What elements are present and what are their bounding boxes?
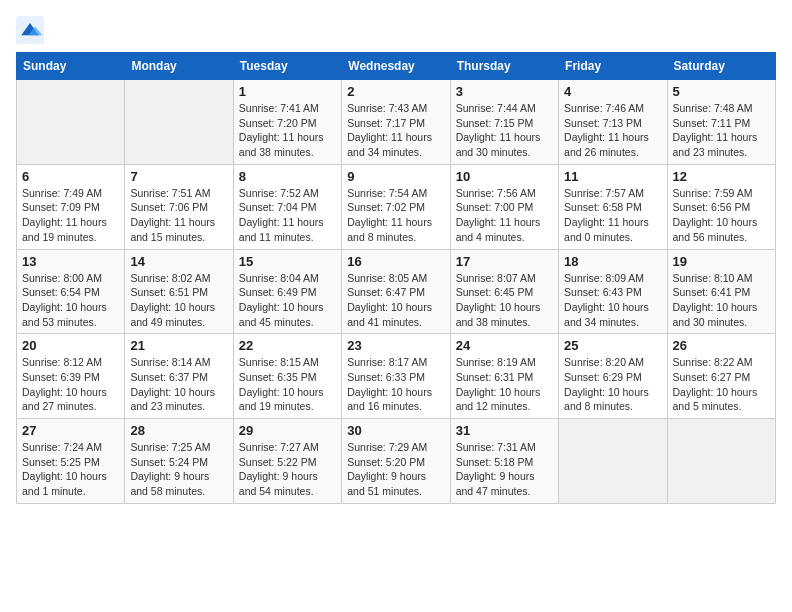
calendar-cell: 2Sunrise: 7:43 AM Sunset: 7:17 PM Daylig… [342, 80, 450, 165]
calendar-cell: 21Sunrise: 8:14 AM Sunset: 6:37 PM Dayli… [125, 334, 233, 419]
calendar-cell: 14Sunrise: 8:02 AM Sunset: 6:51 PM Dayli… [125, 249, 233, 334]
calendar-cell: 8Sunrise: 7:52 AM Sunset: 7:04 PM Daylig… [233, 164, 341, 249]
day-number: 13 [22, 254, 119, 269]
calendar-week-row: 27Sunrise: 7:24 AM Sunset: 5:25 PM Dayli… [17, 419, 776, 504]
calendar-cell [125, 80, 233, 165]
calendar-week-row: 13Sunrise: 8:00 AM Sunset: 6:54 PM Dayli… [17, 249, 776, 334]
day-info: Sunrise: 8:19 AM Sunset: 6:31 PM Dayligh… [456, 355, 553, 414]
day-number: 26 [673, 338, 770, 353]
day-number: 30 [347, 423, 444, 438]
calendar-cell [559, 419, 667, 504]
day-number: 31 [456, 423, 553, 438]
day-info: Sunrise: 8:04 AM Sunset: 6:49 PM Dayligh… [239, 271, 336, 330]
calendar-cell: 7Sunrise: 7:51 AM Sunset: 7:06 PM Daylig… [125, 164, 233, 249]
day-number: 28 [130, 423, 227, 438]
day-number: 8 [239, 169, 336, 184]
day-info: Sunrise: 7:52 AM Sunset: 7:04 PM Dayligh… [239, 186, 336, 245]
day-number: 3 [456, 84, 553, 99]
calendar-cell: 30Sunrise: 7:29 AM Sunset: 5:20 PM Dayli… [342, 419, 450, 504]
day-info: Sunrise: 8:22 AM Sunset: 6:27 PM Dayligh… [673, 355, 770, 414]
calendar-weekday-saturday: Saturday [667, 53, 775, 80]
day-number: 25 [564, 338, 661, 353]
calendar-week-row: 20Sunrise: 8:12 AM Sunset: 6:39 PM Dayli… [17, 334, 776, 419]
day-info: Sunrise: 7:31 AM Sunset: 5:18 PM Dayligh… [456, 440, 553, 499]
day-info: Sunrise: 8:10 AM Sunset: 6:41 PM Dayligh… [673, 271, 770, 330]
calendar-cell: 31Sunrise: 7:31 AM Sunset: 5:18 PM Dayli… [450, 419, 558, 504]
calendar-cell: 4Sunrise: 7:46 AM Sunset: 7:13 PM Daylig… [559, 80, 667, 165]
calendar-cell: 24Sunrise: 8:19 AM Sunset: 6:31 PM Dayli… [450, 334, 558, 419]
calendar-weekday-thursday: Thursday [450, 53, 558, 80]
day-info: Sunrise: 8:15 AM Sunset: 6:35 PM Dayligh… [239, 355, 336, 414]
day-info: Sunrise: 8:14 AM Sunset: 6:37 PM Dayligh… [130, 355, 227, 414]
day-info: Sunrise: 7:41 AM Sunset: 7:20 PM Dayligh… [239, 101, 336, 160]
day-number: 16 [347, 254, 444, 269]
day-number: 7 [130, 169, 227, 184]
calendar-cell: 10Sunrise: 7:56 AM Sunset: 7:00 PM Dayli… [450, 164, 558, 249]
day-number: 12 [673, 169, 770, 184]
calendar-cell: 9Sunrise: 7:54 AM Sunset: 7:02 PM Daylig… [342, 164, 450, 249]
logo-icon [16, 16, 44, 44]
calendar-weekday-friday: Friday [559, 53, 667, 80]
calendar-cell: 15Sunrise: 8:04 AM Sunset: 6:49 PM Dayli… [233, 249, 341, 334]
calendar-weekday-monday: Monday [125, 53, 233, 80]
day-info: Sunrise: 7:44 AM Sunset: 7:15 PM Dayligh… [456, 101, 553, 160]
calendar-cell [17, 80, 125, 165]
day-number: 18 [564, 254, 661, 269]
day-info: Sunrise: 8:05 AM Sunset: 6:47 PM Dayligh… [347, 271, 444, 330]
day-info: Sunrise: 7:29 AM Sunset: 5:20 PM Dayligh… [347, 440, 444, 499]
calendar-cell: 12Sunrise: 7:59 AM Sunset: 6:56 PM Dayli… [667, 164, 775, 249]
day-number: 5 [673, 84, 770, 99]
day-info: Sunrise: 7:46 AM Sunset: 7:13 PM Dayligh… [564, 101, 661, 160]
calendar-cell: 23Sunrise: 8:17 AM Sunset: 6:33 PM Dayli… [342, 334, 450, 419]
day-number: 22 [239, 338, 336, 353]
calendar-cell: 29Sunrise: 7:27 AM Sunset: 5:22 PM Dayli… [233, 419, 341, 504]
day-info: Sunrise: 7:56 AM Sunset: 7:00 PM Dayligh… [456, 186, 553, 245]
day-info: Sunrise: 8:20 AM Sunset: 6:29 PM Dayligh… [564, 355, 661, 414]
day-info: Sunrise: 7:43 AM Sunset: 7:17 PM Dayligh… [347, 101, 444, 160]
calendar-cell: 25Sunrise: 8:20 AM Sunset: 6:29 PM Dayli… [559, 334, 667, 419]
calendar-cell: 20Sunrise: 8:12 AM Sunset: 6:39 PM Dayli… [17, 334, 125, 419]
day-number: 29 [239, 423, 336, 438]
day-number: 19 [673, 254, 770, 269]
calendar-cell: 6Sunrise: 7:49 AM Sunset: 7:09 PM Daylig… [17, 164, 125, 249]
calendar-weekday-tuesday: Tuesday [233, 53, 341, 80]
day-info: Sunrise: 7:49 AM Sunset: 7:09 PM Dayligh… [22, 186, 119, 245]
day-number: 1 [239, 84, 336, 99]
calendar-cell: 13Sunrise: 8:00 AM Sunset: 6:54 PM Dayli… [17, 249, 125, 334]
day-number: 21 [130, 338, 227, 353]
day-number: 17 [456, 254, 553, 269]
day-number: 9 [347, 169, 444, 184]
day-info: Sunrise: 8:17 AM Sunset: 6:33 PM Dayligh… [347, 355, 444, 414]
day-number: 4 [564, 84, 661, 99]
day-number: 6 [22, 169, 119, 184]
day-number: 23 [347, 338, 444, 353]
day-info: Sunrise: 7:54 AM Sunset: 7:02 PM Dayligh… [347, 186, 444, 245]
calendar-cell: 17Sunrise: 8:07 AM Sunset: 6:45 PM Dayli… [450, 249, 558, 334]
day-info: Sunrise: 7:25 AM Sunset: 5:24 PM Dayligh… [130, 440, 227, 499]
day-info: Sunrise: 8:07 AM Sunset: 6:45 PM Dayligh… [456, 271, 553, 330]
calendar-week-row: 6Sunrise: 7:49 AM Sunset: 7:09 PM Daylig… [17, 164, 776, 249]
day-info: Sunrise: 7:59 AM Sunset: 6:56 PM Dayligh… [673, 186, 770, 245]
calendar-table: SundayMondayTuesdayWednesdayThursdayFrid… [16, 52, 776, 504]
calendar-weekday-wednesday: Wednesday [342, 53, 450, 80]
day-info: Sunrise: 7:24 AM Sunset: 5:25 PM Dayligh… [22, 440, 119, 499]
day-number: 20 [22, 338, 119, 353]
calendar-header-row: SundayMondayTuesdayWednesdayThursdayFrid… [17, 53, 776, 80]
day-info: Sunrise: 7:27 AM Sunset: 5:22 PM Dayligh… [239, 440, 336, 499]
calendar-cell: 19Sunrise: 8:10 AM Sunset: 6:41 PM Dayli… [667, 249, 775, 334]
day-number: 24 [456, 338, 553, 353]
calendar-cell: 3Sunrise: 7:44 AM Sunset: 7:15 PM Daylig… [450, 80, 558, 165]
calendar-cell: 28Sunrise: 7:25 AM Sunset: 5:24 PM Dayli… [125, 419, 233, 504]
calendar-cell: 18Sunrise: 8:09 AM Sunset: 6:43 PM Dayli… [559, 249, 667, 334]
day-number: 14 [130, 254, 227, 269]
calendar-cell: 27Sunrise: 7:24 AM Sunset: 5:25 PM Dayli… [17, 419, 125, 504]
calendar-cell: 22Sunrise: 8:15 AM Sunset: 6:35 PM Dayli… [233, 334, 341, 419]
logo [16, 16, 48, 44]
calendar-cell: 5Sunrise: 7:48 AM Sunset: 7:11 PM Daylig… [667, 80, 775, 165]
day-info: Sunrise: 7:51 AM Sunset: 7:06 PM Dayligh… [130, 186, 227, 245]
day-number: 2 [347, 84, 444, 99]
day-number: 11 [564, 169, 661, 184]
day-info: Sunrise: 8:09 AM Sunset: 6:43 PM Dayligh… [564, 271, 661, 330]
day-info: Sunrise: 8:12 AM Sunset: 6:39 PM Dayligh… [22, 355, 119, 414]
day-number: 15 [239, 254, 336, 269]
